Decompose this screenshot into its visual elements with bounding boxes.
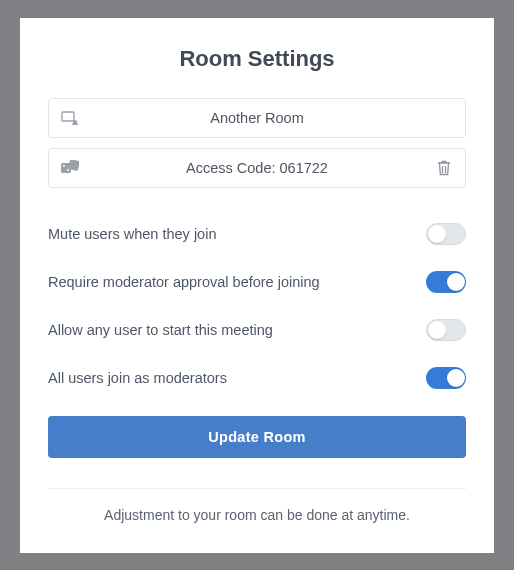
setting-moderator-approval: Require moderator approval before joinin… <box>48 258 466 306</box>
setting-label: Mute users when they join <box>48 226 216 242</box>
setting-label: Allow any user to start this meeting <box>48 322 273 338</box>
setting-label: All users join as moderators <box>48 370 227 386</box>
divider <box>48 488 466 489</box>
setting-any-user-start: Allow any user to start this meeting <box>48 306 466 354</box>
dice-icon[interactable] <box>61 159 79 177</box>
toggle-mute-users[interactable] <box>426 223 466 245</box>
setting-mute-users: Mute users when they join <box>48 210 466 258</box>
update-room-button[interactable]: Update Room <box>48 416 466 458</box>
room-icon <box>61 109 79 127</box>
trash-icon[interactable] <box>435 159 453 177</box>
access-code-value: Access Code: 061722 <box>79 160 435 176</box>
toggle-any-user-start[interactable] <box>426 319 466 341</box>
svg-point-4 <box>63 165 65 167</box>
room-settings-modal: Room Settings Another Room Access Code: … <box>20 18 494 553</box>
footer-note: Adjustment to your room can be done at a… <box>48 507 466 523</box>
toggle-join-as-moderators[interactable] <box>426 367 466 389</box>
setting-label: Require moderator approval before joinin… <box>48 274 320 290</box>
settings-list: Mute users when they join Require modera… <box>48 210 466 402</box>
access-code-field: Access Code: 061722 <box>48 148 466 188</box>
svg-rect-0 <box>62 112 74 121</box>
setting-join-as-moderators: All users join as moderators <box>48 354 466 402</box>
svg-point-5 <box>67 169 69 171</box>
modal-title: Room Settings <box>48 46 466 72</box>
room-name-field[interactable]: Another Room <box>48 98 466 138</box>
toggle-moderator-approval[interactable] <box>426 271 466 293</box>
room-name-value: Another Room <box>79 110 435 126</box>
